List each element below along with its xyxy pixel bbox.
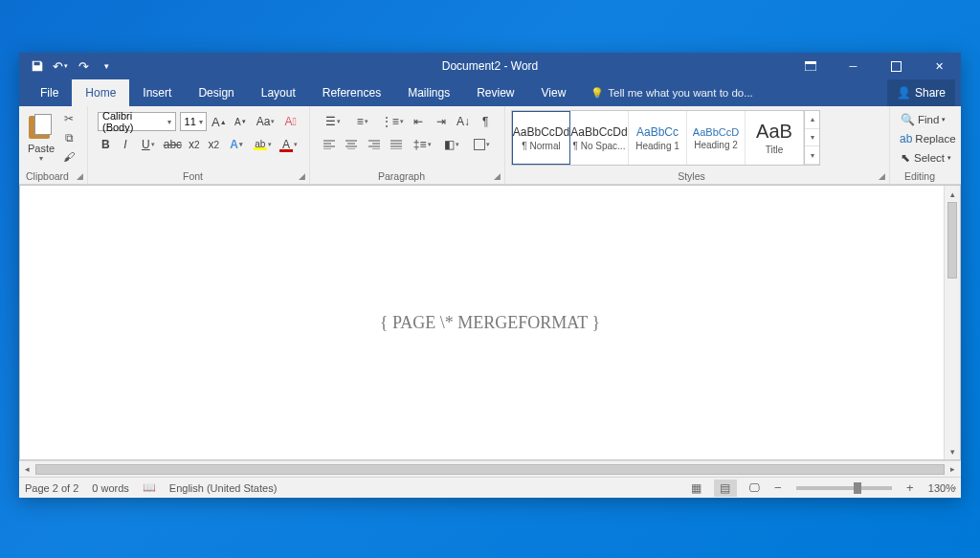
redo-button[interactable]: ↷: [73, 56, 94, 77]
tab-references[interactable]: References: [309, 79, 394, 106]
borders-button[interactable]: ▾: [469, 135, 495, 154]
show-hide-button[interactable]: ¶: [477, 112, 495, 131]
highlight-button[interactable]: ab▾: [252, 135, 274, 154]
decrease-indent-button[interactable]: ⇤: [409, 112, 427, 131]
replace-button[interactable]: ab Replace: [900, 129, 951, 148]
increase-indent-button[interactable]: ⇥: [432, 112, 450, 131]
share-button[interactable]: 👤 Share: [887, 79, 955, 106]
horizontal-scrollbar[interactable]: ◂ ▸: [19, 460, 961, 477]
styles-expand[interactable]: ▾: [805, 146, 819, 165]
tab-review[interactable]: Review: [463, 79, 527, 106]
scroll-up-button[interactable]: ▴: [945, 186, 960, 202]
tab-mailings[interactable]: Mailings: [394, 79, 463, 106]
text-effects-button[interactable]: A▾: [226, 135, 248, 154]
bullets-button[interactable]: ☰▾: [320, 112, 345, 131]
read-mode-button[interactable]: ▦: [685, 480, 708, 497]
tab-file[interactable]: File: [27, 79, 72, 106]
print-layout-button[interactable]: ▤: [714, 480, 737, 497]
align-left-button[interactable]: [320, 135, 338, 154]
styles-scroll-down[interactable]: ▾: [805, 129, 819, 147]
multilevel-list-button[interactable]: ⋮≡▾: [379, 112, 405, 131]
quick-access-toolbar: ↶▾ ↷ ▾: [19, 56, 124, 77]
zoom-in-button[interactable]: +: [903, 480, 917, 495]
styles-launcher[interactable]: ◢: [876, 170, 887, 182]
numbering-button[interactable]: ≡▾: [349, 112, 375, 131]
scroll-right-button[interactable]: ▸: [945, 461, 961, 478]
font-group-label: Font: [88, 168, 298, 184]
tab-layout[interactable]: Layout: [248, 79, 309, 106]
save-button[interactable]: [27, 56, 48, 77]
zoom-level[interactable]: 130%: [928, 482, 955, 494]
subscript-button[interactable]: x2: [186, 135, 202, 154]
align-center-button[interactable]: [342, 135, 360, 154]
strikethrough-button[interactable]: abc: [163, 135, 182, 154]
spell-check-icon[interactable]: 📖: [143, 481, 156, 494]
web-layout-button[interactable]: 🖵: [743, 480, 766, 497]
style-heading-2[interactable]: AaBbCcD Heading 2: [687, 111, 746, 165]
shading-button[interactable]: ◧▾: [439, 135, 465, 154]
superscript-button[interactable]: x2: [206, 135, 222, 154]
maximize-button[interactable]: [875, 53, 918, 79]
tab-insert[interactable]: Insert: [129, 79, 185, 106]
font-color-button[interactable]: A▾: [278, 135, 300, 154]
justify-button[interactable]: [387, 135, 405, 154]
style-title[interactable]: AaB Title: [746, 111, 804, 165]
bold-button[interactable]: B: [98, 135, 114, 154]
clipboard-launcher[interactable]: ◢: [74, 170, 85, 182]
shrink-font-button[interactable]: A▼: [232, 112, 250, 131]
zoom-handle[interactable]: [854, 482, 861, 494]
document-page[interactable]: { PAGE \* MERGEFORMAT }: [20, 186, 960, 459]
vertical-scrollbar[interactable]: ▴ ▾: [944, 186, 960, 459]
page-status[interactable]: Page 2 of 2: [25, 482, 78, 494]
style-heading-1[interactable]: AaBbCc Heading 1: [629, 111, 687, 165]
style-no-spacing[interactable]: AaBbCcDd ¶ No Spac...: [570, 111, 629, 165]
align-right-button[interactable]: [365, 135, 383, 154]
zoom-out-button[interactable]: −: [771, 480, 785, 495]
collapse-ribbon-button[interactable]: ˄: [952, 485, 957, 496]
font-name-combo[interactable]: Calibri (Body) ▾: [98, 112, 176, 131]
scroll-thumb[interactable]: [947, 202, 957, 279]
italic-button[interactable]: I: [118, 135, 134, 154]
clipboard-group-label: Clipboard: [19, 168, 76, 184]
cut-button[interactable]: ✂: [61, 111, 77, 126]
tab-design[interactable]: Design: [185, 79, 247, 106]
paste-button[interactable]: Paste ▾: [23, 108, 59, 170]
select-button[interactable]: ⬉ Select ▾: [900, 148, 951, 167]
styles-scroll-up[interactable]: ▴: [805, 111, 819, 129]
paste-label: Paste: [28, 143, 55, 154]
scroll-down-button[interactable]: ▾: [945, 443, 960, 459]
svg-rect-1: [805, 61, 816, 64]
sort-button[interactable]: A↓: [454, 112, 472, 131]
close-button[interactable]: ✕: [918, 53, 961, 79]
titlebar: ↶▾ ↷ ▾ Document2 - Word ─ ✕: [19, 53, 961, 79]
qat-customize-button[interactable]: ▾: [96, 56, 117, 77]
line-spacing-button[interactable]: ‡≡▾: [410, 135, 435, 154]
scroll-track[interactable]: [945, 202, 960, 443]
hscroll-track[interactable]: [35, 461, 945, 478]
find-button[interactable]: 🔍 Find ▾: [900, 110, 951, 129]
font-size-combo[interactable]: 11 ▾: [180, 112, 207, 131]
editing-group-label: Editing: [890, 168, 949, 184]
hscroll-thumb[interactable]: [35, 464, 945, 475]
zoom-slider[interactable]: [796, 486, 892, 490]
style-normal[interactable]: AaBbCcDd ¶ Normal: [512, 111, 570, 165]
underline-button[interactable]: U▾: [137, 135, 159, 154]
change-case-button[interactable]: Aa▾: [254, 112, 278, 131]
undo-button[interactable]: ↶▾: [50, 56, 71, 77]
copy-button[interactable]: ⧉: [61, 130, 77, 145]
tell-me-search[interactable]: 💡 Tell me what you want to do...: [590, 79, 753, 106]
tab-home[interactable]: Home: [72, 79, 129, 106]
font-launcher[interactable]: ◢: [296, 170, 307, 182]
clear-formatting-button[interactable]: A⃠: [281, 112, 300, 131]
tab-view[interactable]: View: [528, 79, 580, 106]
style-name-label: Heading 2: [694, 140, 738, 150]
word-count[interactable]: 0 words: [92, 482, 129, 494]
format-painter-button[interactable]: 🖌: [61, 149, 77, 165]
grow-font-button[interactable]: A▲: [211, 112, 229, 131]
minimize-button[interactable]: ─: [832, 53, 875, 79]
language-status[interactable]: English (United States): [169, 482, 278, 494]
scroll-left-button[interactable]: ◂: [19, 461, 35, 478]
ribbon-display-button[interactable]: [789, 53, 832, 79]
chevron-down-icon: ▾: [947, 154, 951, 162]
paragraph-launcher[interactable]: ◢: [491, 170, 502, 182]
